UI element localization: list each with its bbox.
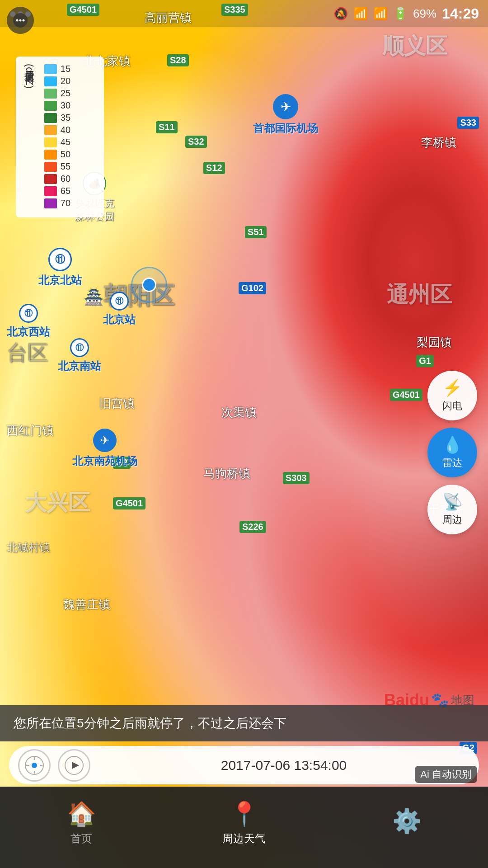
G4501-bot-badge: G4501: [113, 497, 145, 509]
nav-home-label: 首页: [70, 831, 92, 846]
daxing-label: 大兴区: [25, 488, 90, 517]
majuqiao-label: 马驹桥镇: [203, 466, 250, 481]
location-center-button[interactable]: [18, 749, 51, 782]
beijing-west-station: ⑪ 北京西站: [7, 304, 50, 339]
radar-button[interactable]: 💧 雷达: [427, 428, 477, 477]
S51-badge: S51: [245, 226, 267, 238]
legend-panel: 雷达反射率(dBZ) 15 20 25 30 35 40 45 50 55 60…: [16, 57, 104, 217]
signal-icon: 📶: [373, 7, 388, 21]
S11-badge: S11: [156, 121, 178, 133]
S28-badge: S28: [167, 54, 189, 66]
radar-icon: 💧: [442, 435, 463, 454]
tongzhou-label: 通州区: [387, 280, 452, 309]
beijing-north-station: ⑪ 北京北站: [38, 248, 82, 288]
home-icon: 🏠: [67, 800, 96, 828]
notification-bar: 您所在位置5分钟之后雨就停了，不过之后还会下: [0, 705, 488, 741]
ciqu-label: 次渠镇: [221, 405, 257, 420]
nanyuan-airport: ✈ 北京南苑机场: [72, 429, 137, 468]
lightning-button[interactable]: ⚡ 闪电: [427, 371, 477, 420]
G102-badge: G102: [239, 282, 266, 294]
G1-badge: G1: [416, 355, 434, 367]
lightning-icon: ⚡: [442, 378, 463, 397]
nav-weather[interactable]: 📍 周边天气: [163, 800, 325, 855]
shunyi-label: 顺义区: [382, 32, 447, 61]
location-pin-icon: 📍: [230, 800, 259, 828]
legend-scale: 15 20 25 30 35 40 45 50 55 60 65 70: [44, 64, 70, 210]
play-button[interactable]: [58, 749, 90, 782]
playback-bar[interactable]: 2017-07-06 13:54:00: [9, 746, 479, 784]
settings-icon: ⚙️: [392, 807, 422, 835]
current-location-marker: [131, 267, 167, 303]
menu-button[interactable]: [7, 7, 34, 34]
ai-text: Ai 自动识别: [420, 769, 472, 780]
xihongmen-label: 西红门镇: [7, 423, 54, 439]
gaoliying-label: 高丽营镇: [145, 10, 192, 26]
svg-point-2: [19, 19, 22, 22]
ai-watermark: Ai 自动识别: [415, 766, 477, 783]
S335-badge: S335: [221, 4, 248, 16]
nav-home[interactable]: 🏠 首页: [0, 800, 163, 855]
platform-label: 台区: [7, 339, 48, 367]
weishanzhuang-label: 魏善庄镇: [63, 597, 110, 613]
svg-marker-11: [72, 762, 79, 769]
nav-weather-label: 周边天气: [222, 831, 266, 846]
svg-point-5: [32, 763, 37, 768]
jiugong-label: 旧宫镇: [99, 396, 135, 411]
time: 14:29: [442, 5, 479, 22]
liuyuan-label: 梨园镇: [417, 335, 452, 350]
S12-badge: S12: [203, 162, 225, 174]
S32-badge: S32: [185, 136, 207, 148]
right-buttons-panel: ⚡ 闪电 💧 雷达 📡 周边: [427, 371, 477, 534]
tiananmen-icon: 🏯: [84, 288, 104, 307]
G4501-top-badge: G4501: [67, 4, 99, 16]
legend-title: 雷达反射率(dBZ): [22, 64, 36, 89]
nav-settings[interactable]: ⚙️: [325, 807, 488, 848]
svg-point-1: [16, 19, 19, 22]
S33-badge: S33: [457, 117, 479, 129]
battery-icon: 🔋: [393, 7, 408, 21]
G4501-mid-badge: G4501: [390, 389, 422, 401]
S303-badge: S303: [283, 472, 310, 484]
capital-airport: ✈ 首都国际机场: [253, 94, 318, 136]
wifi-icon: 📶: [353, 7, 368, 21]
beijing-south-station: ⑪ 北京南站: [58, 338, 101, 373]
svg-point-3: [23, 19, 25, 22]
notification-text: 您所在位置5分钟之后雨就停了，不过之后还会下: [14, 715, 286, 732]
bottom-navigation: 🏠 首页 📍 周边天气 ⚙️: [0, 787, 488, 868]
map-container[interactable]: ●●● 🔕 📶 📶 🔋 69% 14:29 雷达反射率(dBZ) 15 2: [0, 0, 488, 868]
nearby-icon: 📡: [442, 492, 463, 511]
S226-badge: S226: [239, 521, 266, 533]
liqiao-label: 李桥镇: [421, 135, 456, 151]
nearby-button[interactable]: 📡 周边: [427, 485, 477, 534]
mute-icon: 🔕: [333, 7, 348, 21]
battery-percent: 69%: [413, 7, 436, 21]
playback-datetime: 2017-07-06 13:54:00: [98, 758, 470, 773]
beijian-label: 北碱村镇: [7, 540, 50, 555]
